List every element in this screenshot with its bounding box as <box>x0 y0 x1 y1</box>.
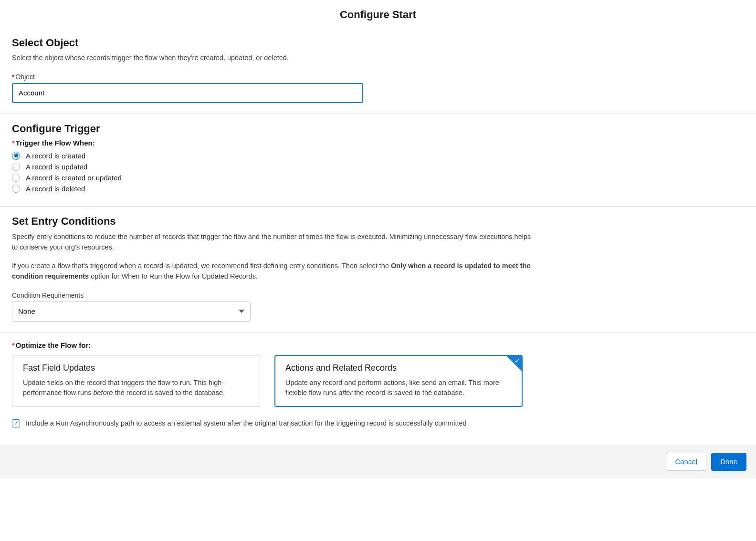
trigger-when-label: *Trigger the Flow When: <box>12 139 744 147</box>
object-label-text: Object <box>15 73 34 81</box>
async-checkbox-row[interactable]: ✓ Include a Run Asynchronously path to a… <box>12 416 744 434</box>
card-desc-italic: before <box>93 389 113 396</box>
radio-icon <box>12 163 20 171</box>
card-desc-text: the record is saved to the database. <box>352 389 464 396</box>
select-value: None <box>18 307 35 315</box>
card-desc-italic: after <box>338 389 352 396</box>
desc-text: option for When to Run the Flow for Upda… <box>89 272 258 280</box>
desc-text: If you create a flow that's triggered wh… <box>12 262 391 270</box>
optimize-cards-row: Fast Field Updates Update fields on the … <box>12 355 744 407</box>
configure-trigger-title: Configure Trigger <box>12 123 744 135</box>
card-desc: Update any record and perform actions, l… <box>285 378 512 398</box>
page-title: Configure Start <box>0 0 756 28</box>
entry-conditions-desc1: Specify entry conditions to reduce the n… <box>12 231 532 253</box>
select-object-title: Select Object <box>12 37 744 49</box>
check-icon: ✓ <box>514 357 520 364</box>
card-desc: Update fields on the record that trigger… <box>23 378 249 398</box>
done-button[interactable]: Done <box>711 453 746 471</box>
trigger-when-text: Trigger the Flow When: <box>16 139 95 147</box>
card-title: Fast Field Updates <box>23 363 249 373</box>
radio-label: A record is created <box>26 152 85 160</box>
select-object-description: Select the object whose records trigger … <box>12 53 744 63</box>
select-object-section: Select Object Select the object whose re… <box>0 28 756 114</box>
card-actions-related-records[interactable]: ✓ Actions and Related Records Update any… <box>274 355 523 407</box>
optimize-section: *Optimize the Flow for: Fast Field Updat… <box>0 333 756 445</box>
entry-conditions-section: Set Entry Conditions Specify entry condi… <box>0 207 756 332</box>
optimize-label-text: Optimize the Flow for: <box>16 341 91 349</box>
radio-label: A record is created or updated <box>26 174 122 182</box>
radio-label: A record is updated <box>26 163 87 171</box>
radio-option-created-or-updated[interactable]: A record is created or updated <box>12 174 744 182</box>
chevron-down-icon <box>239 310 244 313</box>
async-checkbox-label: Include a Run Asynchronously path to acc… <box>26 419 467 427</box>
condition-requirements-label: Condition Requirements <box>12 291 744 299</box>
radio-icon <box>12 185 20 193</box>
checkbox-icon: ✓ <box>12 419 20 427</box>
radio-label: A record is deleted <box>26 185 85 193</box>
required-asterisk-icon: * <box>12 139 15 147</box>
radio-option-updated[interactable]: A record is updated <box>12 163 744 171</box>
card-title: Actions and Related Records <box>285 363 512 373</box>
entry-conditions-desc2: If you create a flow that's triggered wh… <box>12 260 532 282</box>
card-desc-text: the record is saved to the database. <box>113 389 225 396</box>
radio-option-deleted[interactable]: A record is deleted <box>12 185 744 193</box>
entry-conditions-title: Set Entry Conditions <box>12 215 744 228</box>
radio-option-created[interactable]: A record is created <box>12 152 744 160</box>
object-field-label: *Object <box>12 73 744 81</box>
radio-icon <box>12 152 20 160</box>
object-input[interactable] <box>12 83 363 103</box>
cancel-button[interactable]: Cancel <box>666 453 706 471</box>
configure-trigger-section: Configure Trigger *Trigger the Flow When… <box>0 114 756 206</box>
card-fast-field-updates[interactable]: Fast Field Updates Update fields on the … <box>12 355 260 407</box>
radio-icon <box>12 174 20 182</box>
footer: Cancel Done <box>0 445 756 479</box>
condition-requirements-select[interactable]: None <box>12 302 251 322</box>
required-asterisk-icon: * <box>12 341 15 349</box>
required-asterisk-icon: * <box>12 73 14 81</box>
optimize-label: *Optimize the Flow for: <box>12 341 744 349</box>
